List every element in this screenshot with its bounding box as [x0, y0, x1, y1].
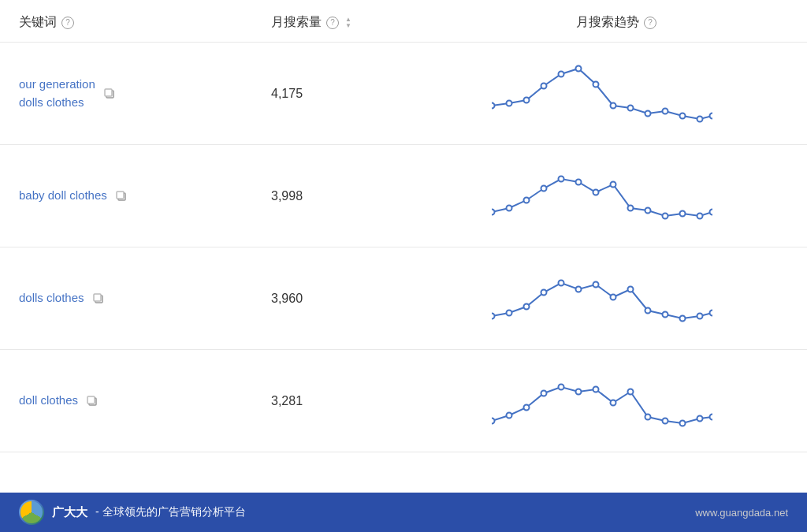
svg-point-22: [559, 176, 564, 181]
svg-point-51: [507, 412, 512, 418]
keyword-text[interactable]: baby doll clothes: [19, 187, 107, 205]
svg-point-53: [541, 390, 547, 396]
keyword-text[interactable]: our generation dolls clothes: [19, 76, 95, 111]
trend-cell: [444, 62, 788, 125]
svg-point-35: [507, 310, 512, 315]
svg-point-2: [492, 102, 495, 108]
svg-point-41: [611, 294, 616, 299]
volume-cell: 3,960: [271, 292, 444, 306]
volume-value: 3,998: [271, 189, 303, 203]
svg-point-43: [645, 307, 651, 313]
svg-point-11: [645, 110, 651, 116]
svg-rect-17: [117, 192, 124, 199]
svg-point-19: [507, 205, 512, 210]
volume-value: 4,175: [271, 87, 303, 100]
volume-label: 月搜索量: [271, 14, 322, 31]
main-container: 关键词 ? 月搜索量 ? ▲ ▼ 月搜索趋势 ? our generation …: [0, 0, 807, 532]
volume-column-header: 月搜索量 ? ▲ ▼: [271, 14, 444, 31]
copy-icon[interactable]: [115, 190, 128, 203]
svg-point-27: [645, 207, 651, 213]
keyword-help-icon[interactable]: ?: [61, 17, 74, 29]
svg-point-37: [541, 289, 547, 295]
trend-chart: [492, 370, 712, 433]
svg-point-15: [710, 113, 713, 118]
table-row: dolls clothes 3,960: [0, 247, 807, 350]
svg-point-62: [697, 415, 703, 421]
footer: 广大大 - 全球领先的广告营销分析平台 www.guangdada.net: [0, 493, 807, 532]
svg-point-29: [680, 210, 686, 216]
volume-help-icon[interactable]: ?: [326, 17, 339, 29]
volume-value: 3,281: [271, 394, 303, 407]
svg-point-25: [611, 181, 616, 187]
keyword-text[interactable]: dolls clothes: [19, 289, 84, 307]
volume-cell: 3,281: [271, 394, 444, 408]
svg-point-14: [697, 116, 703, 121]
keyword-cell: dolls clothes: [19, 289, 271, 307]
keyword-cell: baby doll clothes: [19, 187, 271, 205]
copy-icon[interactable]: [103, 87, 116, 100]
data-rows-container: our generation dolls clothes 4,175: [0, 43, 807, 493]
svg-point-55: [576, 389, 582, 394]
trend-help-icon[interactable]: ?: [644, 17, 656, 29]
svg-point-39: [576, 286, 582, 292]
svg-point-8: [593, 81, 599, 87]
keyword-column-header: 关键词 ?: [19, 14, 271, 31]
svg-point-57: [611, 400, 616, 405]
svg-point-40: [593, 281, 599, 287]
trend-cell: [444, 370, 788, 433]
footer-slogan: - 全球领先的广告营销分析平台: [95, 505, 246, 519]
svg-point-58: [628, 389, 634, 394]
copy-icon[interactable]: [92, 292, 105, 305]
svg-point-4: [524, 97, 530, 102]
table-row: baby doll clothes 3,998: [0, 145, 807, 247]
svg-point-26: [628, 205, 634, 210]
keyword-cell: our generation dolls clothes: [19, 76, 271, 111]
svg-point-31: [710, 209, 713, 214]
svg-point-9: [611, 102, 616, 108]
keyword-cell: doll clothes: [19, 392, 271, 410]
svg-point-18: [492, 209, 495, 214]
svg-point-45: [680, 315, 686, 321]
trend-cell: [444, 267, 788, 330]
svg-point-63: [710, 414, 713, 419]
svg-point-12: [663, 108, 668, 113]
trend-chart: [492, 165, 712, 228]
keyword-label: 关键词: [19, 14, 57, 31]
table-row: our generation dolls clothes 4,175: [0, 43, 807, 145]
svg-point-3: [507, 100, 512, 106]
svg-point-6: [559, 71, 564, 76]
logo-graphic: [20, 501, 43, 523]
svg-point-21: [541, 185, 547, 191]
svg-point-61: [680, 420, 686, 426]
keyword-text[interactable]: doll clothes: [19, 392, 78, 410]
svg-point-30: [697, 213, 703, 218]
svg-point-59: [645, 414, 651, 419]
svg-point-28: [663, 213, 668, 218]
footer-url: www.guangdada.net: [695, 507, 788, 519]
svg-rect-49: [87, 396, 95, 404]
trend-column-header: 月搜索趋势 ?: [444, 14, 788, 31]
svg-point-20: [524, 197, 530, 203]
svg-point-54: [559, 384, 564, 389]
svg-point-38: [559, 280, 564, 285]
footer-brand-section: 广大大 - 全球领先的广告营销分析平台: [19, 500, 246, 525]
svg-point-23: [576, 179, 582, 184]
volume-cell: 4,175: [271, 87, 444, 101]
volume-value: 3,960: [271, 292, 303, 305]
trend-label: 月搜索趋势: [576, 14, 639, 31]
svg-point-10: [628, 105, 634, 110]
volume-cell: 3,998: [271, 189, 444, 203]
svg-point-46: [697, 313, 703, 318]
trend-cell: [444, 165, 788, 228]
svg-point-42: [628, 286, 634, 292]
svg-point-44: [663, 311, 668, 317]
svg-rect-33: [94, 294, 101, 301]
copy-icon[interactable]: [86, 395, 99, 407]
svg-point-50: [492, 418, 495, 423]
sort-button[interactable]: ▲ ▼: [345, 17, 351, 29]
svg-rect-1: [105, 89, 112, 96]
trend-chart: [492, 62, 712, 125]
svg-point-60: [663, 418, 668, 423]
footer-logo: [19, 500, 44, 525]
svg-point-5: [541, 83, 547, 88]
